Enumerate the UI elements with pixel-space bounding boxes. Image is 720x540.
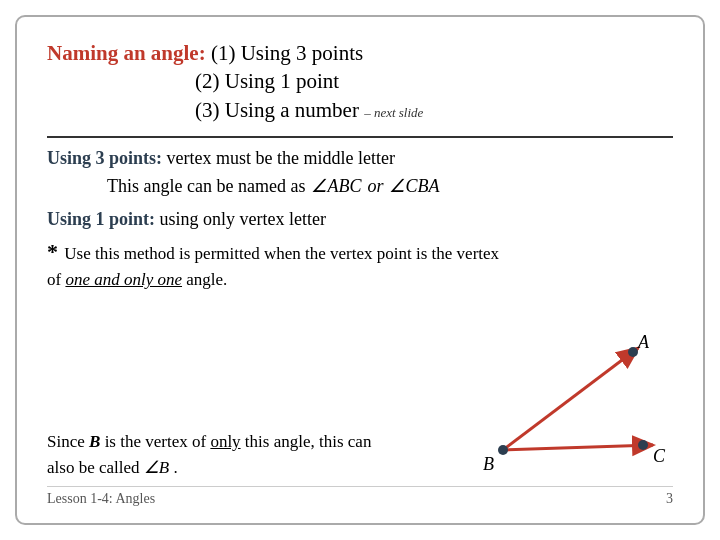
using1-desc: using only vertex letter [160, 209, 326, 229]
since-text: Since B is the vertex of only this angle… [47, 429, 371, 480]
footer-label: Lesson 1-4: Angles [47, 491, 155, 507]
label-C: C [653, 446, 666, 466]
label-B: B [483, 454, 494, 474]
ray-BA [503, 348, 638, 450]
footer-page: 3 [666, 491, 673, 507]
using3-section: Using 3 points: vertex must be the middl… [47, 148, 673, 169]
since-text1: Since [47, 432, 85, 451]
slide: Naming an angle: (1) Using 3 points (2) … [15, 15, 705, 525]
star-text3: angle. [186, 270, 227, 289]
title-line-3: (3) Using a number – next slide [195, 96, 673, 124]
since-text4: also be called [47, 458, 140, 477]
star-symbol: * [47, 239, 58, 264]
title-line-1: Naming an angle: (1) Using 3 points [47, 39, 673, 67]
footer: Lesson 1-4: Angles 3 [47, 486, 673, 507]
or-text: or [367, 176, 383, 197]
since-text5: . [173, 458, 177, 477]
since-underline: only [210, 432, 240, 451]
bottom-section: Since B is the vertex of only this angle… [47, 305, 673, 480]
angle2: ∠CBA [389, 175, 439, 197]
title-line1-text: (1) Using 3 points [211, 41, 363, 65]
star-text1: Use this method is permitted when the ve… [64, 244, 499, 263]
title-divider [47, 136, 673, 138]
title-line2-text: (2) Using 1 point [195, 69, 339, 93]
named-as-text: This angle can be named as [107, 176, 305, 197]
label-A: A [637, 332, 650, 352]
since-text3: this angle, this can [245, 432, 372, 451]
named-as-row: This angle can be named as ∠ABC or ∠CBA [107, 175, 673, 197]
title-keyword: Naming an angle: [47, 41, 206, 65]
using1-label: Using 1 point: [47, 209, 155, 229]
star-underline: one and only one [65, 270, 182, 289]
star-text2: of [47, 270, 61, 289]
ray-BC [503, 445, 653, 450]
since-b: B [89, 432, 100, 451]
diagram-svg: A B C [443, 330, 673, 480]
star-block: * Use this method is permitted when the … [47, 236, 673, 293]
title-line3-main: (3) Using a number [195, 98, 359, 122]
dot-A [628, 347, 638, 357]
since-text2: is the vertex of [105, 432, 207, 451]
since-angle: ∠B [144, 458, 169, 477]
dot-C [638, 440, 648, 450]
next-slide-label: – next slide [364, 105, 423, 120]
title-block: Naming an angle: (1) Using 3 points (2) … [47, 39, 673, 124]
title-line-2: (2) Using 1 point [195, 67, 673, 95]
angle1: ∠ABC [311, 175, 361, 197]
using3-label: Using 3 points: [47, 148, 162, 168]
angle-diagram: A B C [443, 330, 673, 480]
using3-desc: vertex must be the middle letter [167, 148, 395, 168]
using1-section: Using 1 point: using only vertex letter [47, 209, 673, 230]
dot-B [498, 445, 508, 455]
